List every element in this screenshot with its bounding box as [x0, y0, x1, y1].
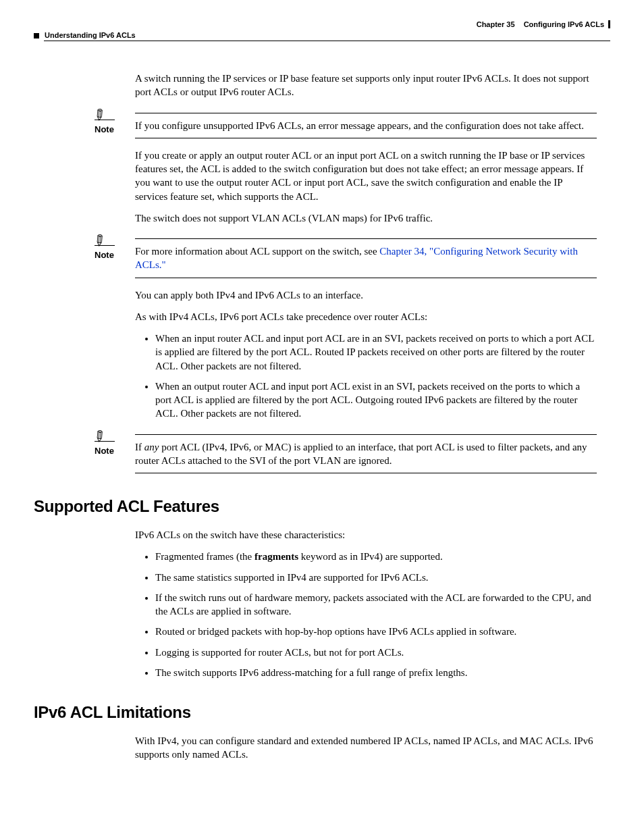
body-paragraph: You can apply both IPv4 and IPv6 ACLs to… — [135, 288, 597, 302]
body-paragraph: A switch running the IP services or IP b… — [135, 72, 597, 99]
note-text: For more information about ACL support o… — [135, 244, 597, 272]
body-paragraph: If you create or apply an output router … — [135, 149, 597, 203]
note-block: ✎ Note For more information about ACL su… — [135, 238, 597, 278]
list-item-text: keyword as in IPv4) are supported. — [298, 551, 443, 562]
note-text-prefix: For more information about ACL support o… — [135, 246, 379, 257]
header-chapter-title: Configuring IPv6 ACLs — [524, 20, 604, 28]
header-marker-icon — [34, 33, 39, 38]
list-item: Routed or bridged packets with hop-by-ho… — [155, 625, 597, 638]
note-text-italic: any — [144, 442, 159, 452]
body-paragraph: IPv6 ACLs on the switch have these chara… — [135, 528, 597, 542]
list-item: If the switch runs out of hardware memor… — [155, 591, 597, 619]
note-text-part: port ACL (IPv4, IPv6, or MAC) is applied… — [135, 442, 587, 466]
pencil-icon: ✎ — [90, 104, 111, 125]
header-rule — [44, 41, 610, 41]
note-label: Note — [95, 124, 128, 134]
note-label: Note — [95, 446, 128, 456]
page-header: Chapter 35 Configuring IPv6 ACLs — [34, 20, 610, 28]
list-item: Logging is supported for router ACLs, bu… — [155, 646, 597, 659]
note-text: If you configure unsupported IPv6 ACLs, … — [135, 119, 597, 132]
body-paragraph: As with IPv4 ACLs, IPv6 port ACLs take p… — [135, 310, 597, 323]
bullet-list: When an input router ACL and input port … — [135, 332, 597, 421]
section-heading: IPv6 ACL Limitations — [34, 703, 610, 722]
body-paragraph: With IPv4, you can configure standard an… — [135, 734, 597, 762]
note-block: ✎ Note If you configure unsupported IPv6… — [135, 113, 597, 138]
note-text: If any port ACL (IPv4, IPv6, or MAC) is … — [135, 440, 597, 468]
list-item: When an output router ACL and input port… — [155, 380, 597, 421]
note-text-part: If — [135, 442, 144, 452]
list-item: When an input router ACL and input port … — [155, 332, 597, 373]
note-block: ✎ Note If any port ACL (IPv4, IPv6, or M… — [135, 434, 597, 474]
list-item: The switch supports IPv6 address-matchin… — [155, 666, 597, 679]
body-paragraph: The switch does not support VLAN ACLs (V… — [135, 211, 597, 225]
header-chapter-label: Chapter 35 — [477, 20, 515, 28]
section-heading: Supported ACL Features — [34, 497, 610, 516]
bullet-list: Fragmented frames (the fragments keyword… — [135, 550, 597, 679]
note-label: Note — [95, 250, 128, 260]
list-item: The same statistics supported in IPv4 ar… — [155, 571, 597, 584]
list-item-bold: fragments — [254, 551, 298, 562]
list-item: Fragmented frames (the fragments keyword… — [155, 550, 597, 563]
list-item-text: Fragmented frames (the — [155, 551, 254, 562]
header-section-left: Understanding IPv6 ACLs — [45, 31, 136, 39]
pencil-icon: ✎ — [90, 230, 111, 251]
pencil-icon: ✎ — [90, 425, 111, 446]
